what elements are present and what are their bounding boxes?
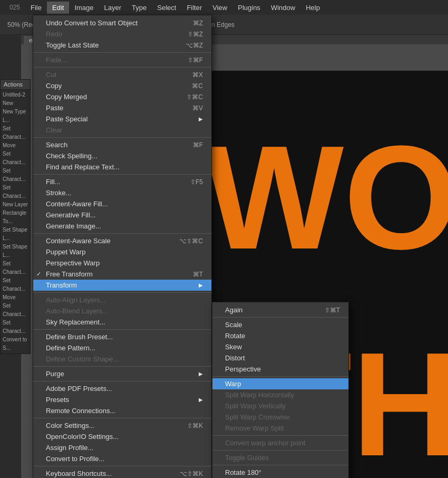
menu-item-label: Stroke...	[46, 189, 71, 197]
menu-layer[interactable]: Layer	[99, 2, 127, 14]
transform-submenu-item-again[interactable]: Again⇧⌘T	[212, 304, 348, 316]
menu-window[interactable]: Window	[266, 2, 300, 14]
edit-menu-item-color-settings-[interactable]: Color Settings...⇧⌘K	[33, 420, 211, 431]
shortcut-label: ⌘C	[192, 82, 203, 90]
edit-menu-item-paste[interactable]: Paste⌘V	[33, 102, 211, 113]
edit-menu-item-remote-connections-[interactable]: Remote Connections...	[33, 405, 211, 416]
edit-menu-item-purge[interactable]: Purge▶	[33, 368, 211, 379]
checkmark-icon: ✓	[36, 271, 41, 278]
transform-submenu-item-skew[interactable]: Skew	[212, 341, 348, 352]
transform-submenu-item-perspective[interactable]: Perspective	[212, 364, 348, 375]
menu-item-label: Toggle Last State	[46, 41, 99, 49]
actions-item-setchar8: Set Charact...	[3, 319, 28, 336]
edit-menu-item-undo-convert-to-smart-object[interactable]: Undo Convert to Smart Object⌘Z	[33, 17, 211, 28]
edit-menu-item-stroke-[interactable]: Stroke...	[33, 187, 211, 198]
tsub-sep-17	[212, 465, 348, 465]
menu-edit[interactable]: Edit	[47, 2, 69, 14]
menu-item-label: Undo Convert to Smart Object	[46, 19, 138, 27]
edit-menu-item-clear: Clear	[33, 125, 211, 136]
edit-menu-item-fill-[interactable]: Fill...⇧F5	[33, 176, 211, 187]
menu-item-label: Perspective Warp	[46, 259, 100, 267]
menu-item-label: Find and Replace Text...	[46, 163, 120, 171]
submenu-arrow-icon: ▶	[199, 116, 203, 122]
edit-menu-item-define-brush-preset-[interactable]: Define Brush Preset...	[33, 331, 211, 342]
edit-menu-item-copy[interactable]: Copy⌘C	[33, 80, 211, 91]
transform-submenu-item-split-warp-vertically: Split Warp Vertically	[212, 400, 348, 412]
menu-item-label: Keyboard Shortcuts...	[46, 470, 112, 477]
edit-menu-item-redo: Redo⇧⌘Z	[33, 28, 211, 40]
tsub-sep-1	[212, 317, 348, 318]
edit-menu-item-convert-to-profile-[interactable]: Convert to Profile...	[33, 453, 211, 464]
menu-item-label: Adobe PDF Presets...	[46, 385, 112, 393]
shortcut-label: ⇧⌘F	[188, 56, 203, 64]
menu-view[interactable]: View	[207, 2, 232, 14]
canvas-text-wo: WO	[204, 123, 448, 271]
shortcut-label: ⌘F	[193, 141, 203, 149]
submenu-item-label: Perspective	[225, 365, 261, 373]
transform-submenu-item-convert-warp-anchor-point: Convert warp anchor point	[212, 437, 348, 448]
shortcut-label: ⌥⇧⌘C	[179, 237, 203, 245]
menu-item-label: Generative Fill...	[46, 211, 96, 219]
edit-menu-item-puppet-warp[interactable]: Puppet Warp	[33, 246, 211, 257]
submenu-arrow-icon: ▶	[199, 282, 203, 288]
actions-item-setchar7: Set Charact...	[3, 302, 28, 319]
actions-item-setchar1: Set Charact...	[3, 125, 28, 141]
menu-filter[interactable]: Filter	[181, 2, 207, 14]
actions-item-setchar6: Set Charact...	[3, 276, 28, 293]
edit-menu-item-content-aware-fill-[interactable]: Content-Aware Fill...	[33, 198, 211, 209]
tsub-sep-13	[212, 435, 348, 436]
transform-submenu-item-split-warp-crosswise: Split Warp Crosswise	[212, 412, 348, 423]
menu-help[interactable]: Help	[300, 2, 325, 14]
menu-item-label: Copy	[46, 82, 62, 90]
edit-menu-item-define-pattern-[interactable]: Define Pattern...	[33, 342, 211, 353]
actions-item-setshape2: Set Shape L...	[3, 243, 28, 260]
edit-menu-item-keyboard-shortcuts-[interactable]: Keyboard Shortcuts...⌥⇧⌘K	[33, 468, 211, 478]
edit-menu-item-transform[interactable]: Transform▶	[33, 280, 211, 291]
shortcut-label: ⇧⌘K	[187, 422, 203, 429]
actions-item-move1: Move	[3, 141, 28, 150]
tsub-sep-15	[212, 450, 348, 451]
edit-menu-item-toggle-last-state[interactable]: Toggle Last State⌥⌘Z	[33, 40, 211, 51]
edit-menu-item-sky-replacement-[interactable]: Sky Replacement...	[33, 317, 211, 328]
edit-menu-item-content-aware-scale[interactable]: Content-Aware Scale⌥⇧⌘C	[33, 235, 211, 246]
edit-menu-item-auto-align-layers-: Auto-Align Layers...	[33, 294, 211, 305]
menu-item-label: Define Custom Shape...	[46, 355, 119, 363]
edit-menu: Undo Convert to Smart Object⌘ZRedo⇧⌘ZTog…	[33, 15, 212, 478]
menu-item-label: Copy Merged	[46, 93, 87, 101]
transform-submenu-item-warp[interactable]: Warp	[212, 378, 348, 389]
menu-item-label: Search	[46, 141, 67, 149]
edit-menu-item-presets[interactable]: Presets▶	[33, 394, 211, 405]
submenu-item-label: Rotate	[225, 332, 245, 340]
transform-submenu-item-rotate[interactable]: Rotate	[212, 330, 348, 341]
submenu-item-label: Warp	[225, 380, 241, 388]
edit-menu-item-free-transform[interactable]: ✓Free Transform⌘T	[33, 269, 211, 280]
menu-item-label: Puppet Warp	[46, 248, 85, 256]
edit-menu-item-assign-profile-[interactable]: Assign Profile...	[33, 442, 211, 453]
edit-menu-item-perspective-warp[interactable]: Perspective Warp	[33, 257, 211, 269]
menu-item-label: Paste Special	[46, 115, 88, 123]
transform-submenu-item-scale[interactable]: Scale	[212, 319, 348, 330]
actions-item-new: New	[3, 99, 28, 108]
submenu-item-label: Toggle Guides	[225, 454, 269, 462]
menu-image[interactable]: Image	[69, 2, 99, 14]
edit-menu-item-paste-special[interactable]: Paste Special▶	[33, 113, 211, 125]
menu-item-label: Auto-Align Layers...	[46, 296, 105, 304]
transform-submenu-item-distort[interactable]: Distort	[212, 352, 348, 364]
edit-menu-item-find-and-replace-text-[interactable]: Find and Replace Text...	[33, 161, 211, 173]
edit-menu-item-opencolorio-settings-[interactable]: OpenColorIO Settings...	[33, 431, 211, 442]
edit-menu-item-generative-fill-[interactable]: Generative Fill...	[33, 209, 211, 221]
menu-file[interactable]: File	[25, 2, 47, 14]
edit-menu-item-check-spelling-[interactable]: Check Spelling...	[33, 150, 211, 161]
shortcut-label: ⌥⇧⌘K	[180, 470, 203, 477]
transform-submenu-item-rotate-180-[interactable]: Rotate 180°	[212, 467, 348, 478]
menu-plugins[interactable]: Plugins	[232, 2, 266, 14]
edit-menu-item-adobe-pdf-presets-[interactable]: Adobe PDF Presets...	[33, 383, 211, 394]
menu-select[interactable]: Select	[152, 2, 181, 14]
separator-22	[33, 233, 211, 234]
edit-menu-item-generate-image-[interactable]: Generate Image...	[33, 221, 211, 232]
edit-menu-item-search[interactable]: Search⌘F	[33, 139, 211, 150]
actions-panel-header: Actions	[1, 80, 30, 90]
menu-type[interactable]: Type	[126, 2, 152, 14]
edit-menu-item-copy-merged[interactable]: Copy Merged⇧⌘C	[33, 91, 211, 102]
transform-submenu-item-toggle-guides: Toggle Guides	[212, 452, 348, 463]
